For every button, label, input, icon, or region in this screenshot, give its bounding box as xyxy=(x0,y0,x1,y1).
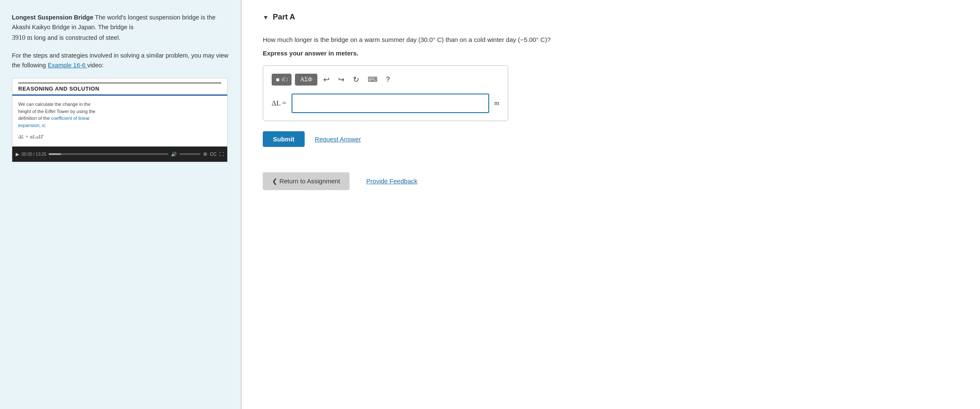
greek-label: ΑΣΦ xyxy=(300,76,312,83)
question-text: How much longer is the bridge on a warm … xyxy=(263,34,959,45)
input-row: ΔL = m xyxy=(272,94,499,113)
progress-bar[interactable] xyxy=(49,153,168,155)
right-panel: ▼ Part A How much longer is the bridge o… xyxy=(242,0,980,409)
undo-button[interactable]: ↩ xyxy=(321,73,332,86)
provide-feedback-button[interactable]: Provide Feedback xyxy=(366,177,418,185)
express-label: Express your answer in meters. xyxy=(263,50,959,57)
keyboard-button[interactable]: ⌨ xyxy=(365,74,380,85)
help-button[interactable]: ? xyxy=(383,74,393,85)
intro-cont: long and is constructed of steel. xyxy=(34,34,120,41)
video-header: REASONING AND SOLUTION xyxy=(12,78,227,96)
math-template-icon: ■ xyxy=(276,76,279,83)
answer-input[interactable] xyxy=(292,94,490,113)
bottom-row: ❮ Return to Assignment Provide Feedback xyxy=(263,172,959,190)
volume-button[interactable]: 🔊 xyxy=(171,152,177,157)
video-body-3: definition of the xyxy=(18,116,50,121)
progress-fill xyxy=(49,153,61,155)
refresh-button[interactable]: ↻ xyxy=(350,73,362,86)
toolbar: ■ √□ ΑΣΦ ↩ ↪ ↻ ⌨ ? xyxy=(272,73,499,86)
video-formula: ΔL = αL₀ΔT xyxy=(18,133,221,141)
video-body-2: height of the Eiffel Tower by using the xyxy=(18,109,95,114)
intro-bold: Longest Suspension Bridge xyxy=(12,14,94,21)
example-text-body: For the steps and strategies involved in… xyxy=(12,52,228,69)
request-answer-button[interactable]: Request Answer xyxy=(315,135,361,143)
part-arrow-icon: ▼ xyxy=(263,14,269,21)
greek-button[interactable]: ΑΣΦ xyxy=(295,74,317,86)
video-container: REASONING AND SOLUTION We can calculate … xyxy=(12,78,228,162)
intro-paragraph: Longest Suspension Bridge The world's lo… xyxy=(12,13,229,43)
left-panel: Longest Suspension Bridge The world's lo… xyxy=(0,0,241,409)
submit-button[interactable]: Submit xyxy=(263,131,305,147)
video-body-1: We can calculate the change in the xyxy=(18,102,91,107)
delta-l-label: ΔL = xyxy=(272,99,286,108)
example-paragraph: For the steps and strategies involved in… xyxy=(12,51,229,70)
redo-button[interactable]: ↪ xyxy=(336,73,347,86)
unit-label: m xyxy=(494,99,499,107)
fullscreen-button[interactable]: ⛶ xyxy=(219,152,224,157)
math-template-label: √□ xyxy=(281,76,287,83)
video-controls[interactable]: ▶ 00:00 / 13:25 🔊 ⚙ CC ⛶ xyxy=(12,146,227,162)
return-to-assignment-button[interactable]: ❮ Return to Assignment xyxy=(263,172,350,190)
example-suffix: video: xyxy=(87,62,104,69)
example-link[interactable]: Example 16-6 xyxy=(48,62,88,69)
cc-button[interactable]: CC xyxy=(210,152,217,157)
time-display: 00:00 / 13:25 xyxy=(22,152,46,157)
play-button[interactable]: ▶ xyxy=(16,152,19,157)
part-title: Part A xyxy=(273,13,295,22)
action-row: Submit Request Answer xyxy=(263,131,959,147)
math-template-button[interactable]: ■ √□ xyxy=(272,74,292,86)
video-content: We can calculate the change in the heigh… xyxy=(12,96,227,146)
volume-bar[interactable] xyxy=(179,153,201,155)
settings-button[interactable]: ⚙ xyxy=(203,152,207,157)
part-header: ▼ Part A xyxy=(263,13,959,22)
video-header-line xyxy=(18,83,221,83)
answer-box: ■ √□ ΑΣΦ ↩ ↪ ↻ ⌨ ? ΔL = m xyxy=(263,65,508,121)
measurement: 3910 m xyxy=(12,34,32,41)
video-title: REASONING AND SOLUTION xyxy=(18,86,221,92)
